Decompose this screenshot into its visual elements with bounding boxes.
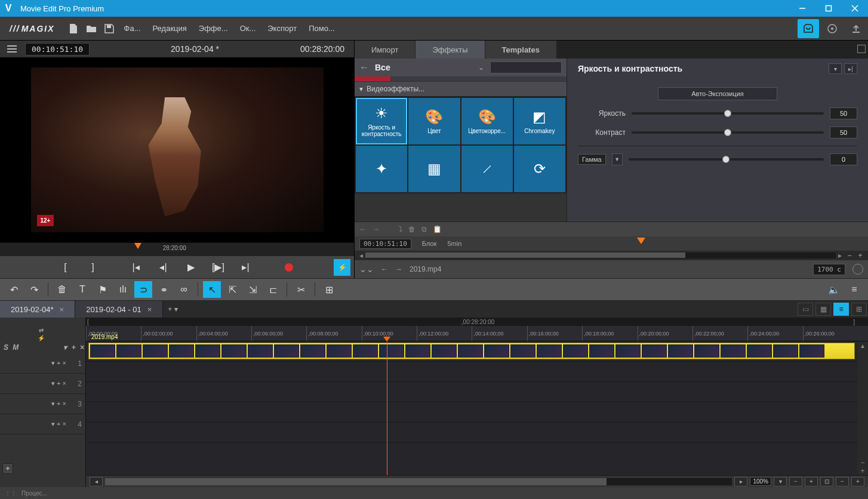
maximize-button[interactable] <box>815 0 842 17</box>
view-storyboard-icon[interactable]: ⊞ <box>851 303 867 316</box>
redo-button[interactable]: ↷ <box>25 281 43 298</box>
bolt-mini-icon[interactable]: ⚡ <box>38 335 45 341</box>
menu-effects[interactable]: Эффе... <box>193 17 234 41</box>
float-panel-icon[interactable] <box>857 45 866 53</box>
nav-down-icon[interactable]: ⤵ <box>399 225 402 233</box>
select-tool[interactable]: ⇱ <box>223 281 241 298</box>
h-scroll[interactable] <box>105 478 732 485</box>
preview-menu-icon[interactable] <box>5 45 19 53</box>
zoom-in-btn[interactable]: + <box>805 477 818 486</box>
menu-window[interactable]: Ок... <box>234 17 262 41</box>
collapse-down-icon[interactable]: ⌄⌄ <box>359 264 374 274</box>
record-button[interactable] <box>279 259 299 276</box>
minimize-button[interactable] <box>789 0 815 17</box>
gamma-select[interactable]: Гамма <box>578 154 606 165</box>
time-ruler[interactable]: ,00:00:00;00,00:02:00;00,00:04:00;00,00:… <box>86 326 868 341</box>
tab-effects[interactable]: Эффекты <box>415 41 485 58</box>
track-head-3[interactable]: ▾ + ×3 <box>0 394 85 414</box>
delete-button[interactable]: 🗑 <box>53 281 71 298</box>
menu-edit[interactable]: Редакция <box>147 17 193 41</box>
menu-export[interactable]: Экспорт <box>261 17 303 41</box>
next-frame-button[interactable]: [▶] <box>208 259 229 276</box>
add-tab-button[interactable]: + ▾ <box>163 305 182 313</box>
pointer-tool[interactable]: ↖ <box>203 281 221 298</box>
menu-file[interactable]: Фа... <box>118 17 147 41</box>
gamma-value[interactable]: 0 <box>830 153 857 165</box>
snap-button[interactable]: ⊃ <box>134 281 152 298</box>
scroll-left-icon[interactable]: ◂ <box>90 477 103 486</box>
contrast-value[interactable]: 50 <box>830 127 857 138</box>
nav-back-icon[interactable]: ← <box>359 225 367 233</box>
effect-tile-7[interactable]: ⟋ <box>461 146 513 192</box>
view-grid-icon[interactable]: ▦ <box>815 303 831 316</box>
proxy-toggle[interactable]: ⚡ <box>334 259 350 276</box>
menu-help[interactable]: Помо... <box>303 17 341 41</box>
track-2[interactable] <box>86 362 868 382</box>
effect-next-icon[interactable]: ▸| <box>844 63 857 74</box>
zoom-out-icon[interactable]: − <box>844 251 855 260</box>
current-timecode[interactable]: 00:10:51:10 <box>25 43 90 56</box>
timeline-tab-0[interactable]: 2019-02-04* × <box>0 301 75 318</box>
gamma-slider[interactable] <box>629 158 824 161</box>
close-button[interactable] <box>842 0 868 17</box>
zoom-out-btn[interactable]: − <box>789 477 802 486</box>
clock-icon[interactable] <box>852 264 863 275</box>
cut-tool[interactable]: ✂ <box>292 281 310 298</box>
tab-import[interactable]: Импорт <box>355 41 415 58</box>
nav-copy-icon[interactable]: ⧉ <box>421 225 427 233</box>
effect-tile-6[interactable]: ▦ <box>408 146 460 192</box>
stretch-tool[interactable]: ⇲ <box>244 281 261 298</box>
category-all[interactable]: Все <box>375 63 472 72</box>
open-folder-icon[interactable] <box>82 17 100 41</box>
mixer-icon[interactable]: ≡ <box>845 281 863 298</box>
strip-marker-icon[interactable] <box>637 238 645 244</box>
chevron-down-icon[interactable]: ⌄ <box>478 63 484 72</box>
group-tool[interactable]: ⊞ <box>320 281 338 298</box>
brightness-value[interactable]: 50 <box>830 107 857 119</box>
v-scroll[interactable]: ▴ −+ <box>857 341 868 475</box>
go-end-button[interactable]: ▸| <box>236 259 256 276</box>
effect-color[interactable]: 🎨 Цвет <box>408 98 460 144</box>
trim-tool[interactable]: ⊏ <box>264 281 282 298</box>
close-tab-icon[interactable]: × <box>147 305 152 314</box>
zoom-in-icon[interactable]: + <box>855 251 866 260</box>
preview-viewport[interactable]: 12+ <box>0 57 354 242</box>
nav-paste-icon[interactable]: 📋 <box>433 225 442 233</box>
add-track-button[interactable]: + <box>2 463 13 474</box>
fit-btn[interactable]: ⊡ <box>820 477 833 486</box>
gamma-dropdown-icon[interactable]: ▼ <box>612 153 623 165</box>
audio-button[interactable]: ılı <box>114 281 132 298</box>
effect-tile-8[interactable]: ⟳ <box>514 146 565 192</box>
view-single-icon[interactable]: ▭ <box>798 303 813 316</box>
play-button[interactable]: ▶ <box>181 259 201 276</box>
file-back-icon[interactable]: ← <box>381 265 388 273</box>
file-fwd-icon[interactable]: → <box>395 265 402 273</box>
link-button[interactable]: ⚭ <box>155 281 173 298</box>
prev-frame-button[interactable]: ◂| <box>153 259 174 276</box>
scroll-right-icon[interactable]: ▸ <box>734 477 747 486</box>
upload-icon[interactable] <box>845 19 867 38</box>
strip-timecode[interactable]: 00:10:51:10 <box>359 239 411 249</box>
effect-tile-5[interactable]: ✦ <box>356 146 407 192</box>
auto-exposure-button[interactable]: Авто-Экспозиция <box>658 87 777 100</box>
track-head-2[interactable]: ▾ + ×2 <box>0 374 85 394</box>
brightness-slider[interactable] <box>632 112 824 115</box>
effect-color-correction[interactable]: 🎨 Цветокорре... <box>461 98 513 144</box>
title-button[interactable]: T <box>73 281 91 298</box>
disc-icon[interactable] <box>821 19 843 38</box>
swap-icon[interactable]: ⇄ <box>39 327 44 334</box>
preview-scrubber[interactable]: 28:20:00 <box>0 242 354 255</box>
ruler-top[interactable]: [ ,00:28:20:00 ] <box>86 318 868 326</box>
store-icon[interactable] <box>798 19 819 38</box>
tab-templates[interactable]: Templates <box>485 41 557 58</box>
track-5[interactable] <box>86 423 868 443</box>
back-icon[interactable]: ← <box>359 62 369 73</box>
view-list-icon[interactable]: ≡ <box>833 303 849 316</box>
track-4[interactable] <box>86 402 868 423</box>
track-opts-icon[interactable]: ▾ + × <box>63 343 85 352</box>
save-icon[interactable] <box>100 17 118 41</box>
effect-options-icon[interactable]: ▾ <box>829 63 842 74</box>
marker-button[interactable]: ⚑ <box>94 281 112 298</box>
track-head-4[interactable]: ▾ + ×4 <box>0 414 85 435</box>
playhead[interactable] <box>387 341 387 475</box>
